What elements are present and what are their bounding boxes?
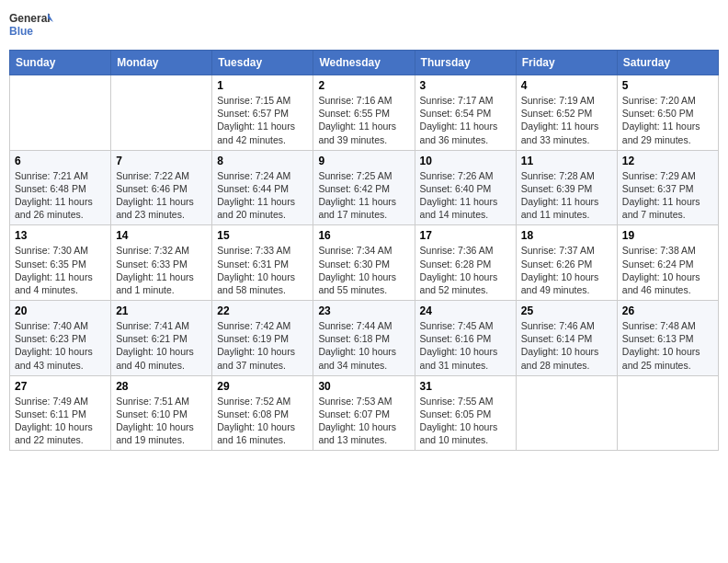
day-number: 9 [318, 155, 409, 167]
cell-info: Sunrise: 7:48 AMSunset: 6:13 PMDaylight:… [622, 319, 713, 372]
cell-info: Sunrise: 7:53 AMSunset: 6:07 PMDaylight:… [318, 395, 409, 447]
cell-info: Sunrise: 7:25 AMSunset: 6:42 PMDaylight:… [318, 169, 409, 222]
day-number: 1 [217, 79, 308, 92]
day-number: 13 [15, 229, 106, 242]
day-number: 29 [217, 380, 308, 393]
calendar-cell [111, 75, 212, 151]
calendar-cell: 17Sunrise: 7:36 AMSunset: 6:28 PMDayligh… [415, 225, 516, 301]
page-header: General Blue [9, 9, 719, 42]
calendar-cell: 25Sunrise: 7:46 AMSunset: 6:14 PMDayligh… [516, 301, 617, 376]
day-number: 19 [622, 229, 713, 242]
day-number: 31 [420, 380, 511, 393]
cell-info: Sunrise: 7:17 AMSunset: 6:54 PMDaylight:… [420, 94, 511, 146]
calendar-cell: 7Sunrise: 7:22 AMSunset: 6:46 PMDaylight… [111, 150, 212, 225]
day-number: 5 [622, 79, 713, 92]
cell-info: Sunrise: 7:33 AMSunset: 6:31 PMDaylight:… [217, 244, 308, 296]
calendar-cell: 20Sunrise: 7:40 AMSunset: 6:23 PMDayligh… [10, 301, 111, 376]
calendar-cell: 4Sunrise: 7:19 AMSunset: 6:52 PMDaylight… [516, 75, 617, 151]
calendar-cell: 18Sunrise: 7:37 AMSunset: 6:26 PMDayligh… [516, 225, 617, 301]
cell-info: Sunrise: 7:38 AMSunset: 6:24 PMDaylight:… [622, 244, 713, 296]
day-number: 12 [622, 155, 713, 167]
calendar-cell: 16Sunrise: 7:34 AMSunset: 6:30 PMDayligh… [313, 225, 415, 301]
day-number: 17 [420, 229, 511, 242]
day-number: 20 [15, 304, 106, 317]
calendar-cell: 31Sunrise: 7:55 AMSunset: 6:05 PMDayligh… [415, 375, 516, 451]
cell-info: Sunrise: 7:32 AMSunset: 6:33 PMDaylight:… [116, 244, 207, 296]
calendar-cell: 13Sunrise: 7:30 AMSunset: 6:35 PMDayligh… [10, 225, 111, 301]
svg-text:Blue: Blue [9, 25, 33, 38]
calendar-cell [516, 375, 617, 451]
cell-info: Sunrise: 7:41 AMSunset: 6:21 PMDaylight:… [116, 319, 207, 372]
day-number: 15 [217, 229, 308, 242]
day-number: 7 [116, 155, 207, 167]
calendar-table: SundayMondayTuesdayWednesdayThursdayFrid… [9, 50, 719, 451]
calendar-cell: 8Sunrise: 7:24 AMSunset: 6:44 PMDaylight… [212, 150, 313, 225]
day-number: 23 [318, 304, 409, 317]
calendar-week-3: 13Sunrise: 7:30 AMSunset: 6:35 PMDayligh… [10, 225, 719, 301]
cell-info: Sunrise: 7:29 AMSunset: 6:37 PMDaylight:… [622, 169, 713, 222]
cell-info: Sunrise: 7:49 AMSunset: 6:11 PMDaylight:… [15, 395, 106, 447]
header-day-wednesday: Wednesday [313, 51, 415, 75]
cell-info: Sunrise: 7:40 AMSunset: 6:23 PMDaylight:… [15, 319, 106, 372]
day-number: 4 [521, 79, 612, 92]
cell-info: Sunrise: 7:19 AMSunset: 6:52 PMDaylight:… [521, 94, 612, 146]
day-number: 14 [116, 229, 207, 242]
calendar-cell: 19Sunrise: 7:38 AMSunset: 6:24 PMDayligh… [617, 225, 718, 301]
calendar-cell: 23Sunrise: 7:44 AMSunset: 6:18 PMDayligh… [313, 301, 415, 376]
day-number: 25 [521, 304, 612, 317]
day-number: 16 [318, 229, 409, 242]
calendar-cell: 10Sunrise: 7:26 AMSunset: 6:40 PMDayligh… [415, 150, 516, 225]
cell-info: Sunrise: 7:15 AMSunset: 6:57 PMDaylight:… [217, 94, 308, 146]
header-day-monday: Monday [111, 51, 212, 75]
cell-info: Sunrise: 7:26 AMSunset: 6:40 PMDaylight:… [420, 169, 511, 222]
day-number: 21 [116, 304, 207, 317]
day-number: 6 [15, 155, 106, 167]
calendar-cell: 6Sunrise: 7:21 AMSunset: 6:48 PMDaylight… [10, 150, 111, 225]
calendar-cell: 22Sunrise: 7:42 AMSunset: 6:19 PMDayligh… [212, 301, 313, 376]
calendar-cell: 9Sunrise: 7:25 AMSunset: 6:42 PMDaylight… [313, 150, 415, 225]
header-day-thursday: Thursday [415, 51, 516, 75]
header-day-friday: Friday [516, 51, 617, 75]
calendar-week-4: 20Sunrise: 7:40 AMSunset: 6:23 PMDayligh… [10, 301, 719, 376]
calendar-cell [617, 375, 718, 451]
cell-info: Sunrise: 7:44 AMSunset: 6:18 PMDaylight:… [318, 319, 409, 372]
calendar-cell: 30Sunrise: 7:53 AMSunset: 6:07 PMDayligh… [313, 375, 415, 451]
cell-info: Sunrise: 7:22 AMSunset: 6:46 PMDaylight:… [116, 169, 207, 222]
header-day-tuesday: Tuesday [212, 51, 313, 75]
day-number: 30 [318, 380, 409, 393]
svg-text:General: General [9, 12, 51, 25]
calendar-cell: 14Sunrise: 7:32 AMSunset: 6:33 PMDayligh… [111, 225, 212, 301]
calendar-cell: 12Sunrise: 7:29 AMSunset: 6:37 PMDayligh… [617, 150, 718, 225]
day-number: 26 [622, 304, 713, 317]
calendar-week-1: 1Sunrise: 7:15 AMSunset: 6:57 PMDaylight… [10, 75, 719, 151]
cell-info: Sunrise: 7:21 AMSunset: 6:48 PMDaylight:… [15, 169, 106, 222]
day-number: 10 [420, 155, 511, 167]
header-day-saturday: Saturday [617, 51, 718, 75]
calendar-cell: 2Sunrise: 7:16 AMSunset: 6:55 PMDaylight… [313, 75, 415, 151]
day-number: 8 [217, 155, 308, 167]
calendar-body: 1Sunrise: 7:15 AMSunset: 6:57 PMDaylight… [10, 75, 719, 451]
cell-info: Sunrise: 7:45 AMSunset: 6:16 PMDaylight:… [420, 319, 511, 372]
calendar-cell: 27Sunrise: 7:49 AMSunset: 6:11 PMDayligh… [10, 375, 111, 451]
cell-info: Sunrise: 7:37 AMSunset: 6:26 PMDaylight:… [521, 244, 612, 296]
day-number: 18 [521, 229, 612, 242]
calendar-cell: 29Sunrise: 7:52 AMSunset: 6:08 PMDayligh… [212, 375, 313, 451]
cell-info: Sunrise: 7:55 AMSunset: 6:05 PMDaylight:… [420, 395, 511, 447]
cell-info: Sunrise: 7:51 AMSunset: 6:10 PMDaylight:… [116, 395, 207, 447]
calendar-cell: 1Sunrise: 7:15 AMSunset: 6:57 PMDaylight… [212, 75, 313, 151]
logo: General Blue [9, 9, 53, 42]
calendar-cell: 21Sunrise: 7:41 AMSunset: 6:21 PMDayligh… [111, 301, 212, 376]
cell-info: Sunrise: 7:28 AMSunset: 6:39 PMDaylight:… [521, 169, 612, 222]
cell-info: Sunrise: 7:30 AMSunset: 6:35 PMDaylight:… [15, 244, 106, 296]
calendar-cell [10, 75, 111, 151]
cell-info: Sunrise: 7:46 AMSunset: 6:14 PMDaylight:… [521, 319, 612, 372]
day-number: 3 [420, 79, 511, 92]
day-number: 27 [15, 380, 106, 393]
cell-info: Sunrise: 7:20 AMSunset: 6:50 PMDaylight:… [622, 94, 713, 146]
cell-info: Sunrise: 7:36 AMSunset: 6:28 PMDaylight:… [420, 244, 511, 296]
day-number: 24 [420, 304, 511, 317]
calendar-cell: 24Sunrise: 7:45 AMSunset: 6:16 PMDayligh… [415, 301, 516, 376]
day-number: 11 [521, 155, 612, 167]
calendar-header-row: SundayMondayTuesdayWednesdayThursdayFrid… [10, 51, 719, 75]
cell-info: Sunrise: 7:42 AMSunset: 6:19 PMDaylight:… [217, 319, 308, 372]
